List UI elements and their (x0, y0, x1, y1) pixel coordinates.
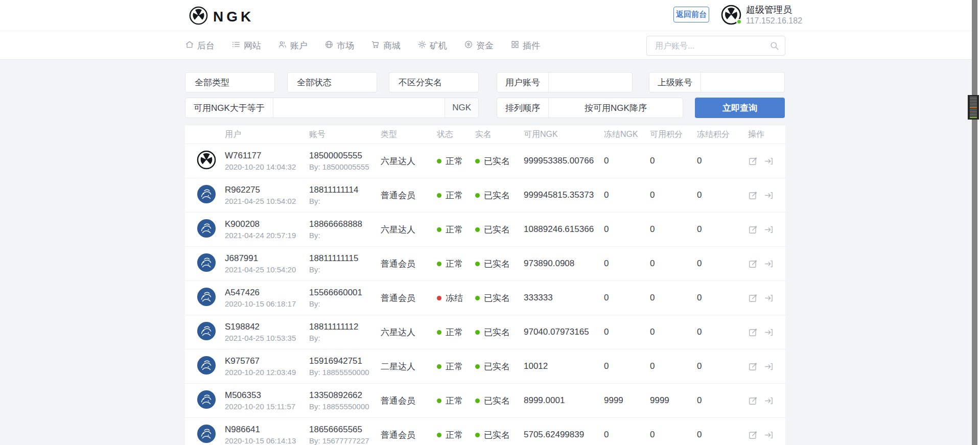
funds-icon (464, 40, 473, 52)
status-filter-select[interactable]: 全部状态 (287, 72, 377, 92)
status-dot (437, 330, 441, 335)
login-as-user-button[interactable] (764, 396, 774, 406)
realname-label: 已实名 (484, 155, 510, 167)
edit-user-button[interactable] (748, 191, 758, 200)
status-dot (437, 159, 441, 163)
login-as-user-button[interactable] (764, 156, 774, 166)
available-ngk: 999953385.00766 (524, 156, 604, 166)
frozen-points: 0 (697, 190, 748, 200)
available-ngk: 8999.0001 (524, 395, 604, 406)
type-filter-select[interactable]: 全部类型 (185, 72, 275, 92)
realname-badge: 已实名 (475, 395, 524, 407)
edit-user-button[interactable] (748, 362, 758, 371)
status-dot (437, 193, 441, 198)
user-account-input[interactable] (549, 73, 632, 92)
user-avatar (197, 150, 216, 170)
login-as-user-button[interactable] (764, 430, 774, 440)
login-as-user-button[interactable] (764, 191, 774, 200)
frozen-points: 0 (697, 327, 748, 337)
ngk-min-input[interactable] (273, 98, 445, 118)
available-points: 9999 (650, 395, 697, 406)
login-as-user-button[interactable] (764, 327, 774, 337)
edit-user-button[interactable] (748, 396, 758, 406)
status-label: 正常 (446, 258, 463, 270)
account-number: 18866668888 (309, 219, 381, 229)
realname-label: 已实名 (484, 224, 510, 236)
account-number: 13350892662 (309, 390, 381, 401)
table-header-cell: 冻结积分 (697, 129, 748, 140)
status-label: 冻结 (446, 292, 463, 304)
order-select[interactable]: 按可用NGK降序 (549, 102, 683, 114)
available-points: 0 (650, 224, 697, 235)
realname-dot (475, 193, 480, 198)
scrollbar-minimap-thumb[interactable] (968, 95, 979, 120)
parent-account-input[interactable] (701, 73, 784, 92)
plugin-icon (510, 40, 520, 52)
nav-item-label: 市场 (337, 40, 354, 52)
realname-label: 已实名 (484, 429, 510, 441)
status-label: 正常 (446, 326, 463, 338)
ngk-min-label: 可用NGK大于等于 (185, 98, 273, 118)
nav-item-list[interactable]: 网站 (231, 40, 261, 52)
available-ngk: 97040.07973165 (524, 327, 604, 337)
status-badge: 正常 (437, 258, 475, 270)
nav-item-users[interactable]: 账户 (278, 40, 308, 52)
table-row: S198842 2021-04-25 10:53:35 18811111112 … (185, 315, 785, 349)
query-button[interactable]: 立即查询 (695, 98, 785, 118)
table-row: K975767 2020-10-20 12:03:49 15916942751 … (185, 349, 785, 384)
status-label: 正常 (446, 361, 463, 372)
nav-item-plugin[interactable]: 插件 (510, 40, 540, 52)
status-dot (437, 364, 441, 369)
search-icon[interactable] (769, 41, 779, 53)
realname-label: 已实名 (484, 292, 510, 304)
member-type: 六星达人 (381, 326, 437, 338)
admin-user-menu[interactable]: 超级管理员 117.152.16.182 (721, 4, 802, 26)
login-as-user-button[interactable] (764, 293, 774, 303)
referrer: By: (309, 265, 381, 274)
back-to-front-button[interactable]: 返回前台 (673, 7, 709, 22)
user-avatar (197, 253, 216, 272)
nav-item-globe[interactable]: 市场 (324, 40, 354, 52)
status-dot (437, 399, 441, 403)
frozen-points: 0 (697, 293, 748, 303)
nav-item-gear[interactable]: 矿机 (417, 40, 447, 52)
table-header-cell: 可用积分 (650, 129, 697, 140)
nav-item-cart[interactable]: 商城 (371, 40, 401, 52)
login-as-user-button[interactable] (764, 259, 774, 269)
referrer: By: 18500005555 (309, 162, 381, 171)
table-header-cell: 用户 (225, 129, 309, 140)
status-badge: 正常 (437, 190, 475, 201)
search-input[interactable] (646, 36, 785, 56)
nav-item-funds[interactable]: 资金 (464, 40, 494, 52)
edit-user-button[interactable] (748, 430, 758, 440)
available-ngk: 999945815.35373 (524, 190, 604, 200)
frozen-points: 0 (697, 156, 748, 166)
realname-badge: 已实名 (475, 326, 524, 338)
ngk-min-filter: 可用NGK大于等于 NGK (185, 98, 479, 118)
edit-user-button[interactable] (748, 293, 758, 303)
realname-dot (475, 159, 480, 163)
scrollbar-track[interactable] (972, 0, 977, 445)
user-avatar (197, 184, 216, 204)
edit-user-button[interactable] (748, 259, 758, 269)
edit-user-button[interactable] (748, 225, 758, 235)
nav-item-label: 插件 (523, 40, 540, 52)
status-badge: 正常 (437, 361, 475, 372)
status-dot (437, 262, 441, 266)
table-header-cell: 可用NGK (524, 129, 604, 140)
account-number: 18811111115 (309, 253, 381, 264)
realname-badge: 已实名 (475, 292, 524, 304)
user-account-label: 用户账号 (497, 73, 549, 92)
table-row: N986641 2020-10-15 06:14:13 18656665565 … (185, 418, 785, 445)
realname-filter-select[interactable]: 不区分实名 (389, 72, 479, 92)
login-as-user-button[interactable] (764, 362, 774, 371)
edit-user-button[interactable] (748, 327, 758, 337)
login-as-user-button[interactable] (764, 225, 774, 235)
user-id: K975767 (225, 356, 309, 366)
account-number: 18811111112 (309, 322, 381, 332)
table-row: J687991 2021-04-25 10:54:20 18811111115 … (185, 247, 785, 281)
nav-item-label: 账户 (290, 40, 308, 52)
edit-user-button[interactable] (748, 156, 758, 166)
nav-item-home[interactable]: 后台 (185, 40, 215, 52)
users-table: 用户账号类型状态实名可用NGK冻结NGK可用积分冻结积分操作 W761177 2… (185, 125, 785, 445)
